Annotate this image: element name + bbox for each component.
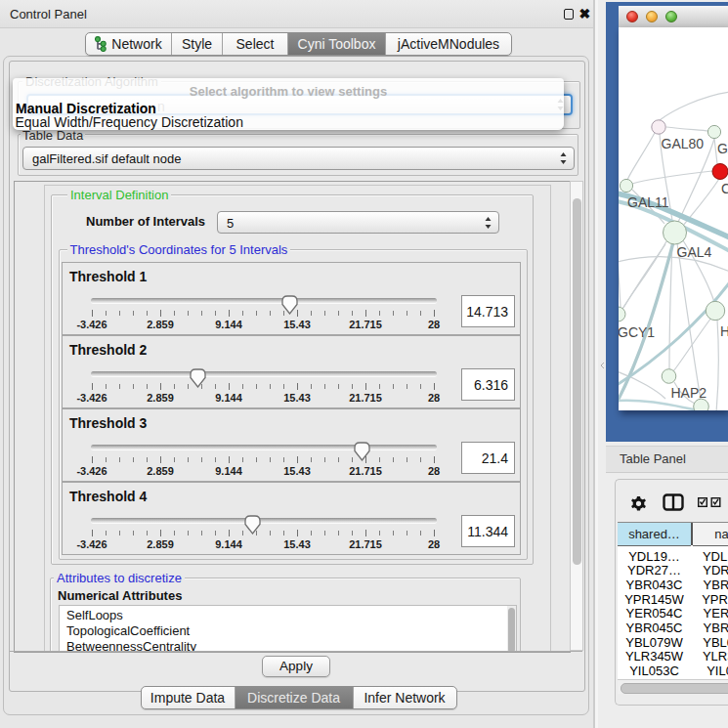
svg-text:HI: HI [720, 323, 728, 339]
svg-text:GAL80: GAL80 [662, 136, 705, 151]
svg-text:HAP2: HAP2 [671, 385, 707, 401]
svg-text:GAL11: GAL11 [627, 194, 669, 210]
svg-text:GA: GA [717, 141, 728, 156]
svg-text:GCY1: GCY1 [619, 324, 655, 340]
svg-text:CR: CR [721, 181, 728, 196]
svg-text:GAL4: GAL4 [677, 244, 712, 260]
